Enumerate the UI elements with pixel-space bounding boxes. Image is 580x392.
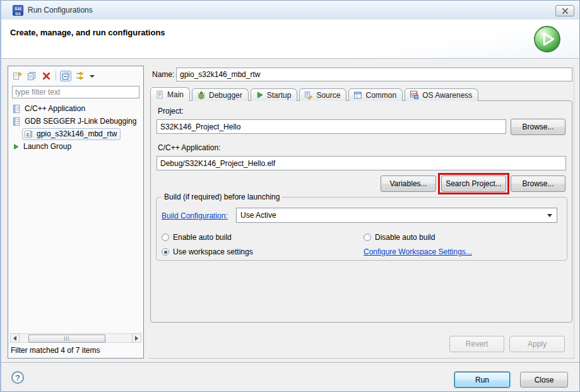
panel-bottom-border [148,358,574,359]
close-button[interactable]: Close [520,372,568,388]
grip-icon [64,336,70,341]
launch-config-tree: C/C++ Application GDB SEGGER J-Link Debu… [8,100,143,332]
close-icon [562,8,569,14]
scroll-right-button[interactable] [132,333,141,343]
arrow-right-icon [135,336,138,341]
variables-button[interactable]: Variables... [381,175,436,192]
run-sphere-icon [533,25,562,54]
scrollbar-track[interactable] [20,333,132,343]
collapse-all-button[interactable] [60,71,71,81]
tab-main[interactable]: Main [150,87,190,101]
tab-os-awareness[interactable]: OS OS Awareness [405,88,478,101]
common-tab-icon [353,91,362,100]
tree-item-gdb-segger-jlink[interactable]: GDB SEGGER J-Link Debugging [8,115,143,128]
tab-source[interactable]: Source [299,88,346,101]
launch-group-expander-icon[interactable] [12,143,20,151]
configure-workspace-settings-link[interactable]: Configure Workspace Settings... [364,247,472,256]
horizontal-scrollbar[interactable] [10,333,141,343]
config-tab-folder: Main Debugger Startup [150,87,572,323]
disable-auto-build-option[interactable]: Disable auto build [364,233,435,242]
tree-item-cpp-application[interactable]: C/C++ Application [8,102,143,115]
tree-item-launch-group[interactable]: Launch Group [8,140,143,153]
title-bar: S32 DS Run Configurations [1,1,579,20]
tab-label: Debugger [209,91,242,100]
use-workspace-settings-radio[interactable] [162,248,169,256]
help-icon: ? [15,373,20,383]
help-button[interactable]: ? [11,371,24,384]
tree-toolbar [8,66,143,84]
new-config-icon [12,71,22,81]
tree-item-gpio-s32k146-mbd-rtw[interactable]: c gpio_s32k146_mbd_rtw [8,128,143,140]
build-before-launch-group: Build (if required) before launching Bui… [156,197,567,261]
run-button[interactable]: Run [454,372,510,388]
tab-label: Common [365,91,396,100]
debugger-tab-icon [197,91,206,100]
os-awareness-tab-icon: OS [410,90,419,100]
application-browse-button[interactable]: Browse... [511,175,565,192]
startup-tab-icon [256,91,264,99]
project-browse-button[interactable]: Browse... [511,119,565,135]
new-configuration-button[interactable] [11,71,23,81]
main-tab-icon [155,90,164,99]
tree-item-label: GDB SEGGER J-Link Debugging [25,117,136,126]
use-workspace-settings-option[interactable]: Use workspace settings [162,247,253,256]
radio-label: Use workspace settings [173,247,253,256]
tree-item-label: C/C++ Application [25,104,85,113]
project-input[interactable] [157,119,506,134]
radio-label: Disable auto build [375,233,435,242]
collapse-all-icon [61,71,71,81]
page-title: Create, manage, and run configurations [10,28,165,37]
run-configurations-dialog: S32 DS Run Configurations Create, manage… [0,0,580,392]
delete-configuration-button[interactable] [40,71,52,81]
enable-auto-build-option[interactable]: Enable auto build [162,233,232,242]
filter-icon [75,71,85,80]
app-badge-top: S32 [13,6,23,11]
svg-text:c: c [27,131,30,137]
search-project-button[interactable]: Search Project... [441,175,506,192]
application-input[interactable] [157,156,566,170]
project-label: Project: [158,107,184,116]
tab-debugger[interactable]: Debugger [192,88,249,101]
tab-common[interactable]: Common [348,88,403,101]
application-label: C/C++ Application: [158,143,220,152]
build-group-title: Build (if required) before launching [162,193,282,201]
tree-item-label: Launch Group [23,142,71,151]
dialog-header: Create, manage, and run configurations [1,20,579,59]
scroll-left-button[interactable] [10,333,20,343]
apply-button[interactable]: Apply [509,336,565,352]
s32ds-app-icon: S32 DS [13,5,23,16]
run-config-type-icon [12,104,21,114]
filter-status-text: Filter matched 4 of 7 items [8,343,143,358]
filter-launch-configurations-button[interactable] [74,71,86,81]
revert-button[interactable]: Revert [449,336,504,352]
run-config-type-icon [12,117,21,126]
launch-config-tree-panel: C/C++ Application GDB SEGGER J-Link Debu… [8,66,144,359]
build-configuration-link[interactable]: Build Configuration: [162,211,228,220]
duplicate-configuration-button[interactable] [26,71,37,81]
duplicate-icon [27,71,37,81]
toolbar-menu-button[interactable] [89,71,95,81]
delete-icon [42,71,51,81]
arrow-left-icon [13,336,16,341]
c-file-icon: c [24,129,33,139]
name-input[interactable] [176,68,572,81]
chevron-down-icon [90,75,95,78]
window-close-button[interactable] [555,5,574,16]
disable-auto-build-radio[interactable] [364,234,371,241]
filter-box [12,86,139,98]
combo-dropdown-icon [547,214,552,217]
scrollbar-thumb[interactable] [28,335,105,343]
window-title: Run Configurations [28,6,93,15]
toolbar-separator [56,71,56,81]
tab-startup[interactable]: Startup [251,88,298,101]
name-label: Name: [152,70,174,79]
combo-selected-value: Use Active [240,211,276,220]
filter-input[interactable] [12,86,139,98]
main-tab-content: Project: Browse... C/C++ Application: Va… [150,100,572,323]
tab-label: Startup [267,91,292,100]
enable-auto-build-radio[interactable] [162,234,169,241]
dialog-body: C/C++ Application GDB SEGGER J-Link Debu… [1,59,579,362]
tab-label: OS Awareness [422,91,472,100]
build-configuration-combo[interactable]: Use Active [236,208,557,223]
panel-right-border [574,65,574,359]
